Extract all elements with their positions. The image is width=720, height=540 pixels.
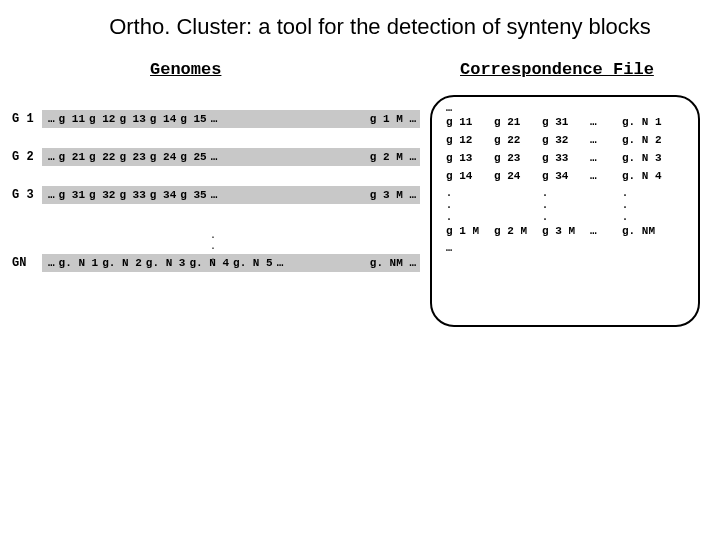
corr-cell: g 12 — [446, 134, 494, 146]
corr-cell: g 33 — [542, 152, 590, 164]
corr-cell: g. N 1 — [622, 116, 670, 128]
chromosome-bar: … g 31 g 32 g 33 g 34 g 35 … g 3 M … — [42, 186, 420, 204]
gene: g 31 — [59, 189, 85, 201]
corr-cell: g 34 — [542, 170, 590, 182]
gene-end: g 2 M … — [370, 151, 416, 163]
genomes-block: G 1 … g 11 g 12 g 13 g 14 g 15 … g 1 M …… — [12, 110, 420, 292]
ellipsis: … — [211, 151, 218, 163]
corr-cell: … — [590, 170, 622, 182]
gene: g. N 1 — [59, 257, 99, 269]
ellipsis: … — [48, 113, 55, 125]
corr-row: g 13 g 23 g 33 … g. N 3 — [446, 152, 688, 164]
gene: g 22 — [89, 151, 115, 163]
corr-row: g 12 g 22 g 32 … g. N 2 — [446, 134, 688, 146]
chromosome-bar: … g 11 g 12 g 13 g 14 g 15 … g 1 M … — [42, 110, 420, 128]
corr-cell: … — [590, 225, 622, 237]
corr-cell: g. NM — [622, 225, 670, 237]
gene: g 14 — [150, 113, 176, 125]
gene-end: g 3 M … — [370, 189, 416, 201]
gene: g. N 5 — [233, 257, 273, 269]
slide-title: Ortho. Cluster: a tool for the detection… — [0, 14, 720, 40]
gene-end: g. NM … — [370, 257, 416, 269]
ellipsis: … — [48, 257, 55, 269]
corr-cell: g. N 4 — [622, 170, 670, 182]
corr-row: g 1 M g 2 M g 3 M … g. NM — [446, 225, 688, 237]
corr-cell: g. N 2 — [622, 134, 670, 146]
ellipsis: … — [277, 257, 284, 269]
corr-cell: g 24 — [494, 170, 542, 182]
genome-label: G 2 — [12, 150, 42, 164]
ellipsis: … — [211, 189, 218, 201]
gene: g 35 — [180, 189, 206, 201]
gene: g. N 2 — [102, 257, 142, 269]
corr-cell: g 22 — [494, 134, 542, 146]
corr-row: g 11 g 21 g 31 … g. N 1 — [446, 116, 688, 128]
genome-row: G 2 … g 21 g 22 g 23 g 24 g 25 … g 2 M … — [12, 148, 420, 166]
gene-end: g 1 M … — [370, 113, 416, 125]
genome-label: GN — [12, 256, 42, 270]
genomes-heading: Genomes — [150, 60, 221, 79]
gene: g. N 3 — [146, 257, 186, 269]
genome-label: G 3 — [12, 188, 42, 202]
gene: g 25 — [180, 151, 206, 163]
chromosome-bar: … g 21 g 22 g 23 g 24 g 25 … g 2 M … — [42, 148, 420, 166]
ellipsis: … — [211, 113, 218, 125]
gene: g 12 — [89, 113, 115, 125]
corr-dots: ... ... ... — [446, 188, 688, 223]
gene: g 21 — [59, 151, 85, 163]
corr-row: g 14 g 24 g 34 … g. N 4 — [446, 170, 688, 182]
gene: g 32 — [89, 189, 115, 201]
corr-cell: g 13 — [446, 152, 494, 164]
corr-cell: g. N 3 — [622, 152, 670, 164]
genome-row: G 3 … g 31 g 32 g 33 g 34 g 35 … g 3 M … — [12, 186, 420, 204]
vertical-dots: . . . — [210, 230, 222, 263]
gene: g 34 — [150, 189, 176, 201]
gene: g 15 — [180, 113, 206, 125]
ellipsis: … — [446, 103, 688, 114]
corr-cell: … — [590, 134, 622, 146]
corr-cell: … — [590, 152, 622, 164]
gene: g 33 — [119, 189, 145, 201]
gene: g 23 — [119, 151, 145, 163]
corr-cell: g 2 M — [494, 225, 542, 237]
ellipsis: … — [48, 151, 55, 163]
gene: g 24 — [150, 151, 176, 163]
genome-label: G 1 — [12, 112, 42, 126]
corr-cell: g 1 M — [446, 225, 494, 237]
corr-cell: g 3 M — [542, 225, 590, 237]
corr-cell: g 14 — [446, 170, 494, 182]
corr-cell: g 31 — [542, 116, 590, 128]
gene: g 11 — [59, 113, 85, 125]
corr-cell: g 11 — [446, 116, 494, 128]
correspondence-file: … g 11 g 21 g 31 … g. N 1 g 12 g 22 g 32… — [430, 95, 700, 327]
ellipsis: … — [446, 243, 688, 254]
corr-cell: … — [590, 116, 622, 128]
ellipsis: … — [48, 189, 55, 201]
corr-cell: g 32 — [542, 134, 590, 146]
gene: g 13 — [119, 113, 145, 125]
genome-row: G 1 … g 11 g 12 g 13 g 14 g 15 … g 1 M … — [12, 110, 420, 128]
corr-cell: g 23 — [494, 152, 542, 164]
correspondence-heading: Correspondence File — [460, 60, 654, 79]
chromosome-bar: … g. N 1 g. N 2 g. N 3 g. N 4 g. N 5 … g… — [42, 254, 420, 272]
corr-cell: g 21 — [494, 116, 542, 128]
